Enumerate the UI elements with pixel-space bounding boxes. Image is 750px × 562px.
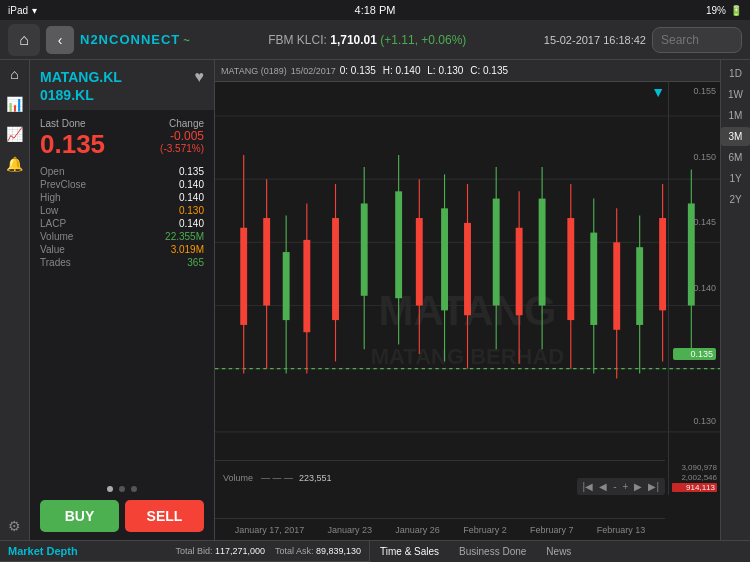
svg-rect-16	[283, 252, 290, 320]
chart-yaxis: 0.155 0.150 0.145 0.140 0.135 0.130 0.12…	[668, 82, 720, 495]
svg-rect-34	[567, 218, 574, 320]
dot-1	[107, 486, 113, 492]
time-sales-panel: Time & Sales Business Done News Time PI …	[370, 541, 750, 562]
xaxis-jan23: January 23	[328, 525, 373, 535]
sidebar: ⌂ 📊 📈 🔔 ⚙	[0, 60, 30, 540]
tab-news[interactable]: News	[536, 541, 581, 562]
watchlist-heart-icon[interactable]: ♥	[195, 68, 205, 86]
index-change: (+1.11, +0.06%)	[380, 33, 466, 47]
stock-code: 0189.KL	[40, 86, 122, 104]
volume-label: Volume	[40, 231, 73, 242]
search-input[interactable]	[652, 27, 742, 53]
svg-rect-26	[464, 223, 471, 315]
last-done-label: Last Done	[40, 118, 105, 129]
open-label: Open	[40, 166, 64, 177]
period-1w-button[interactable]: 1W	[721, 85, 750, 104]
back-button[interactable]: ‹	[46, 26, 74, 54]
wifi-icon: ▾	[32, 5, 37, 16]
period-3m-button[interactable]: 3M	[721, 127, 750, 146]
chart-toolbar: MATANG (0189) 15/02/2017 0: 0.135 H: 0.1…	[215, 60, 720, 82]
period-1y-button[interactable]: 1Y	[721, 169, 750, 188]
svg-rect-24	[441, 208, 448, 310]
chart-stock-label: MATANG (0189)	[221, 66, 287, 76]
trades-value: 365	[187, 257, 204, 268]
yaxis-current-price: 0.135	[673, 348, 716, 360]
svg-rect-10	[263, 218, 270, 305]
tab-time-sales[interactable]: Time & Sales	[370, 541, 449, 562]
change-amount: -0.005	[160, 129, 204, 143]
xaxis-feb2: February 2	[463, 525, 507, 535]
volume-area: Volume — — — 223,551	[215, 460, 665, 495]
volume-value: 22.355M	[165, 231, 204, 242]
volume-dash: — — —	[261, 473, 293, 483]
period-1m-button[interactable]: 1M	[721, 106, 750, 125]
app-title: N2NCONNECT ~	[80, 32, 191, 47]
high-value: 0.140	[179, 192, 204, 203]
nav-date: 15-02-2017	[544, 34, 600, 46]
yaxis-0130: 0.130	[673, 416, 716, 426]
period-1d-button[interactable]: 1D	[721, 64, 750, 83]
index-value: 1,710.01	[330, 33, 377, 47]
volume-label: Volume	[223, 473, 253, 483]
change-container: Change -0.005 (-3.571%)	[160, 118, 204, 154]
change-pct: (-3.571%)	[160, 143, 204, 154]
index-name: FBM KLCI:	[268, 33, 327, 47]
pagination-dots	[40, 486, 204, 492]
sidebar-gear-icon[interactable]: ⚙	[8, 518, 21, 534]
prevclose-row: PrevClose 0.140	[40, 179, 204, 190]
ohlc-l: L: 0.130	[427, 65, 463, 76]
svg-rect-8	[240, 228, 247, 325]
sidebar-trending-icon[interactable]: 📈	[6, 126, 23, 142]
xaxis-feb7: February 7	[530, 525, 574, 535]
xaxis-jan26: January 26	[395, 525, 440, 535]
trades-label: Trades	[40, 257, 71, 268]
home-button[interactable]: ⌂	[8, 24, 40, 56]
buy-button[interactable]: BUY	[40, 500, 119, 532]
datetime-display: 15-02-2017 16:18:42	[544, 34, 646, 46]
volume-display-value: 223,551	[299, 473, 332, 483]
high-label: High	[40, 192, 61, 203]
svg-rect-12	[303, 240, 310, 332]
stock-name-container: MATANG.KL 0189.KL	[40, 68, 122, 104]
last-done-container: Last Done 0.135	[40, 118, 105, 160]
yaxis-0150: 0.150	[673, 152, 716, 162]
period-2y-button[interactable]: 2Y	[721, 190, 750, 209]
yaxis-0145: 0.145	[673, 217, 716, 227]
sidebar-home-icon[interactable]: ⌂	[10, 66, 18, 82]
market-depth-panel: Market Depth Total Bid: 117,271,000 Tota…	[0, 541, 370, 562]
chart-scroll-down-icon[interactable]: ▼	[651, 84, 665, 100]
app-name-label: N2NCONNECT	[80, 32, 180, 47]
sidebar-chart-icon[interactable]: 📊	[6, 96, 23, 112]
svg-rect-28	[493, 199, 500, 306]
nav-time: 16:18:42	[603, 34, 646, 46]
stock-ticker: MATANG.KL	[40, 68, 122, 86]
yaxis-0140: 0.140	[673, 283, 716, 293]
total-ask-value: 89,839,130	[316, 546, 361, 556]
lacp-label: LACP	[40, 218, 66, 229]
xaxis-jan17: January 17, 2017	[235, 525, 305, 535]
vol-yaxis-2: 2,002,546	[672, 473, 717, 482]
value-label: Value	[40, 244, 65, 255]
time-period-panel: 1D 1W 1M 3M 6M 1Y 2Y	[720, 60, 750, 540]
value-value: 3.019M	[171, 244, 204, 255]
high-row: High 0.140	[40, 192, 204, 203]
ohlc-o: 0: 0.135	[340, 65, 376, 76]
change-label: Change	[160, 118, 204, 129]
period-6m-button[interactable]: 6M	[721, 148, 750, 167]
status-time: 4:18 PM	[355, 4, 396, 16]
sidebar-bell-icon[interactable]: 🔔	[6, 156, 23, 172]
low-label: Low	[40, 205, 58, 216]
svg-rect-38	[613, 242, 620, 329]
low-row: Low 0.130	[40, 205, 204, 216]
vol-yaxis-1: 3,090,978	[672, 463, 717, 472]
xaxis-feb13: February 13	[597, 525, 646, 535]
chart-area: MATANG (0189) 15/02/2017 0: 0.135 H: 0.1…	[215, 60, 720, 540]
battery-label: 19%	[706, 5, 726, 16]
tab-business-done[interactable]: Business Done	[449, 541, 536, 562]
svg-rect-36	[590, 233, 597, 325]
chart-ohlc: 0: 0.135 H: 0.140 L: 0.130 C: 0.135	[340, 65, 512, 76]
sell-button[interactable]: SELL	[125, 500, 204, 532]
open-row: Open 0.135	[40, 166, 204, 177]
buy-sell-buttons: BUY SELL	[40, 500, 204, 532]
ohlc-c: C: 0.135	[470, 65, 508, 76]
